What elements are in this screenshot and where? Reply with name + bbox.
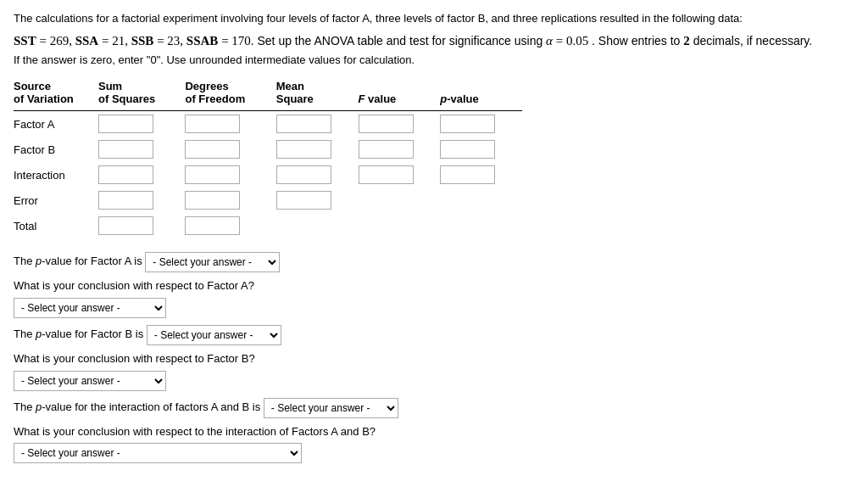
factor-a-pval[interactable] xyxy=(440,115,495,133)
question-1: The p-value for Factor A is - Select you… xyxy=(14,252,854,272)
factor-a-ms[interactable] xyxy=(276,115,331,133)
col-header-fval: F value xyxy=(359,78,441,111)
factor-b-fval[interactable] xyxy=(359,140,414,159)
table-row-error: Error xyxy=(14,188,522,213)
table-row-interaction: Interaction xyxy=(14,162,522,188)
factor-a-fval[interactable] xyxy=(359,115,414,133)
question-5: The p-value for the interaction of facto… xyxy=(14,398,854,418)
q6-label: What is your conclusion with respect to … xyxy=(14,425,376,438)
interaction-ms[interactable] xyxy=(276,165,331,184)
q6-select[interactable]: - Select your answer - The interaction i… xyxy=(14,443,302,463)
math-line: SST = 269, SSA = 21, SSB = 23, SSAB = 17… xyxy=(14,34,854,48)
q5-select[interactable]: - Select your answer - less than 0.01 be… xyxy=(264,398,398,418)
table-row-factor-a: Factor A xyxy=(14,111,522,137)
question-3: The p-value for Factor B is - Select you… xyxy=(14,325,854,345)
interaction-df[interactable] xyxy=(185,165,240,184)
table-row-total: Total xyxy=(14,213,522,238)
col-header-pval: p-value xyxy=(440,78,522,111)
q2-label: What is your conclusion with respect to … xyxy=(14,279,254,292)
q1-text-before: The p-value for Factor A is xyxy=(14,255,145,267)
col-header-df: Degreesof Freedom xyxy=(185,78,275,111)
factor-a-label: Factor A xyxy=(14,111,98,137)
question-6: What is your conclusion with respect to … xyxy=(14,423,854,464)
error-df[interactable] xyxy=(185,191,240,210)
factor-b-ss[interactable] xyxy=(98,140,153,159)
factor-b-ms[interactable] xyxy=(276,140,331,159)
q5-text-before: The p-value for the interaction of facto… xyxy=(14,400,264,413)
interaction-pval[interactable] xyxy=(440,165,495,184)
interaction-fval[interactable] xyxy=(359,165,414,184)
error-label: Error xyxy=(14,188,98,213)
total-ss[interactable] xyxy=(98,216,153,235)
factor-b-df[interactable] xyxy=(185,140,240,159)
q4-label: What is your conclusion with respect to … xyxy=(14,352,255,365)
total-label: Total xyxy=(14,213,98,238)
q3-text-before: The p-value for Factor B is xyxy=(14,327,147,340)
table-row-factor-b: Factor B xyxy=(14,137,522,162)
error-ss[interactable] xyxy=(98,191,153,210)
error-ms[interactable] xyxy=(276,191,331,210)
q1-select[interactable]: - Select your answer - less than 0.01 be… xyxy=(145,252,280,272)
q2-select[interactable]: - Select your answer - Factor A is signi… xyxy=(14,298,166,318)
q4-select[interactable]: - Select your answer - Factor B is signi… xyxy=(14,371,166,391)
interaction-ss[interactable] xyxy=(98,165,153,184)
col-header-source: Sourceof Variation xyxy=(14,78,98,111)
total-df[interactable] xyxy=(185,216,240,235)
factor-b-label: Factor B xyxy=(14,137,98,162)
intro-line3: If the answer is zero, enter "0". Use un… xyxy=(14,52,854,69)
factor-a-ss[interactable] xyxy=(98,115,153,133)
anova-table: Sourceof Variation Sumof Squares Degrees… xyxy=(14,78,522,238)
factor-a-df[interactable] xyxy=(185,115,240,133)
q3-select[interactable]: - Select your answer - less than 0.01 be… xyxy=(147,325,281,345)
question-4: What is your conclusion with respect to … xyxy=(14,350,854,391)
intro-line1: The calculations for a factorial experim… xyxy=(14,10,854,27)
question-2: What is your conclusion with respect to … xyxy=(14,277,854,318)
col-header-ms: MeanSquare xyxy=(276,78,359,111)
interaction-label: Interaction xyxy=(14,162,98,188)
factor-b-pval[interactable] xyxy=(440,140,495,159)
col-header-ss: Sumof Squares xyxy=(98,78,185,111)
